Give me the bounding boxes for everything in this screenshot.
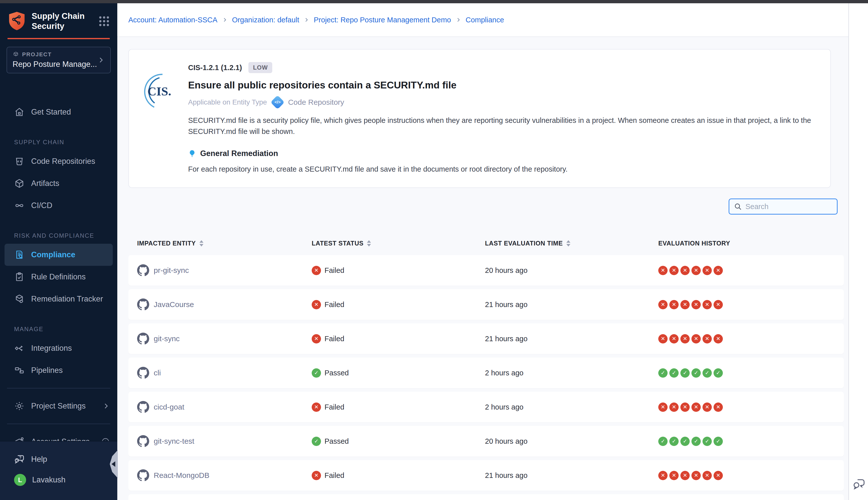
entity-name[interactable]: cicd-goat: [154, 403, 184, 411]
chevron-right-icon: [222, 17, 228, 23]
status-icon: ✕: [312, 471, 321, 480]
evaluations-table: IMPACTED ENTITY LATEST STATUS LAST EVALU…: [128, 240, 844, 500]
table-body: pr-git-sync ✕ Failed 20 hours ago ✕✕✕✕✕✕…: [128, 255, 844, 500]
home-icon: [14, 107, 25, 117]
rule-description: SECURITY.md file is a security policy fi…: [188, 115, 819, 137]
history-failed-icon: ✕: [669, 402, 679, 412]
table-row[interactable]: git-sync-test ✓ Passed 20 hours ago ✓✓✓✓…: [128, 426, 844, 456]
history-failed-icon: ✕: [703, 300, 712, 309]
entity-name[interactable]: git-sync-test: [154, 437, 194, 445]
sidebar-item-artifacts[interactable]: Artifacts: [0, 172, 117, 194]
remediation-text: For each repository in use, create a SEC…: [188, 165, 819, 173]
gear-icon: [14, 401, 25, 411]
entity-name[interactable]: React-MongoDB: [154, 471, 209, 480]
table-row[interactable]: git-sync ✕ Failed 21 hours ago ✕✕✕✕✕✕: [128, 323, 844, 354]
evaluation-time: 21 hours ago: [485, 300, 658, 309]
table-row[interactable]: cicd-goat ✕ Failed 2 hours ago ✕✕✕✕✕✕: [128, 392, 844, 422]
evaluation-history: ✕✕✕✕✕✕: [658, 471, 844, 480]
history-failed-icon: ✕: [714, 334, 723, 343]
table-row[interactable]: JavaCourse ✕ Failed 21 hours ago ✕✕✕✕✕✕: [128, 289, 844, 320]
evaluation-time: 2 hours ago: [485, 369, 658, 377]
history-failed-icon: ✕: [714, 471, 723, 480]
evaluation-time: 20 hours ago: [485, 266, 658, 275]
sort-icon: [566, 240, 570, 247]
history-failed-icon: ✕: [692, 471, 701, 480]
breadcrumb-organization[interactable]: Organization: default: [232, 16, 299, 24]
sidebar-nav: Get Started SUPPLY CHAIN Code Repositori…: [0, 88, 117, 441]
history-failed-icon: ✕: [658, 300, 668, 309]
column-latest-status[interactable]: LATEST STATUS: [312, 240, 485, 247]
lightbulb-icon: [188, 149, 196, 158]
sidebar-item-cicd[interactable]: CI/CD: [0, 194, 117, 217]
status-label: Passed: [324, 369, 349, 377]
breadcrumb-account[interactable]: Account: Automation-SSCA: [128, 16, 218, 24]
status-icon: ✕: [312, 266, 321, 275]
sidebar-item-remediation-tracker[interactable]: Remediation Tracker: [0, 288, 117, 310]
browser-top-bar: [0, 0, 868, 3]
collapse-arrow-icon: [112, 461, 115, 467]
column-last-evaluation-time[interactable]: LAST EVALUATION TIME: [485, 240, 658, 247]
integrations-icon: [14, 343, 25, 353]
breadcrumb: Account: Automation-SSCA Organization: d…: [117, 3, 848, 37]
github-icon: [137, 264, 149, 276]
history-failed-icon: ✕: [714, 300, 723, 309]
status-icon: ✓: [312, 368, 321, 378]
sidebar-item-rule-definitions[interactable]: Rule Definitions: [0, 266, 117, 288]
severity-badge: LOW: [248, 62, 272, 73]
breadcrumb-project[interactable]: Project: Repo Posture Management Demo: [314, 16, 451, 24]
history-passed-icon: ✓: [658, 437, 668, 446]
column-impacted-entity[interactable]: IMPACTED ENTITY: [137, 240, 312, 247]
sidebar-item-pipelines[interactable]: Pipelines: [0, 359, 117, 382]
history-failed-icon: ✕: [692, 334, 701, 343]
sidebar-item-get-started[interactable]: Get Started: [0, 101, 117, 123]
rule-detail-card: CIS. CIS-1.2.1 (1.2.1) LOW Ensure all pu…: [128, 49, 831, 188]
entity-name[interactable]: JavaCourse: [154, 300, 194, 309]
sidebar-item-integrations[interactable]: Integrations: [0, 337, 117, 359]
sidebar-item-code-repositories[interactable]: Code Repositories: [0, 150, 117, 172]
history-failed-icon: ✕: [680, 402, 690, 412]
svg-text:?: ?: [19, 455, 21, 459]
table-row[interactable]: React-MongoDB ✕ Failed 21 hours ago ✕✕✕✕…: [128, 460, 844, 491]
entity-name[interactable]: pr-git-sync: [154, 266, 189, 275]
history-failed-icon: ✕: [680, 334, 690, 343]
github-icon: [137, 469, 149, 481]
pipelines-icon: [14, 365, 25, 376]
search-input[interactable]: [745, 203, 832, 211]
table-row[interactable]: cli ✓ Passed 2 hours ago ✓✓✓✓✓✓: [128, 357, 844, 388]
compliance-icon: [14, 250, 25, 260]
entity-name[interactable]: git-sync: [154, 334, 180, 343]
applicable-label: Applicable on Entity Type: [188, 98, 267, 106]
app-switcher-icon[interactable]: [98, 15, 110, 27]
status-label: Failed: [324, 300, 344, 309]
table-row[interactable]: ✓ ✓✓✓✓✓✓: [128, 494, 844, 500]
status-icon: ✕: [312, 402, 321, 412]
history-failed-icon: ✕: [692, 266, 701, 275]
supply-chain-security-logo: [8, 11, 26, 31]
feedback-chat-icon[interactable]: [852, 477, 866, 490]
search-box[interactable]: [729, 198, 837, 215]
sidebar-item-account-settings[interactable]: Account Settings: [0, 431, 117, 441]
history-failed-icon: ✕: [703, 266, 712, 275]
sort-icon: [199, 240, 204, 247]
sidebar-item-compliance[interactable]: Compliance: [4, 244, 113, 266]
svg-text:CIS.: CIS.: [148, 84, 171, 98]
history-failed-icon: ✕: [669, 471, 679, 480]
user-profile[interactable]: L Lavakush: [0, 469, 117, 490]
chevron-right-icon: [97, 56, 105, 64]
entity-name[interactable]: cli: [154, 368, 161, 377]
history-passed-icon: ✓: [692, 368, 701, 378]
sidebar-item-project-settings[interactable]: Project Settings: [0, 395, 117, 417]
sort-icon: [367, 240, 371, 247]
help-button[interactable]: ? Help: [0, 449, 117, 469]
section-label-manage: MANAGE: [0, 326, 117, 333]
user-name: Lavakush: [32, 475, 66, 485]
table-row[interactable]: pr-git-sync ✕ Failed 20 hours ago ✕✕✕✕✕✕: [128, 255, 844, 286]
status-icon: ✕: [312, 334, 321, 343]
project-selector[interactable]: PROJECT Repo Posture Manage...: [7, 47, 111, 73]
project-name: Repo Posture Manage...: [13, 60, 97, 69]
rule-title: Ensure all public repositories contain a…: [188, 80, 819, 91]
history-failed-icon: ✕: [680, 471, 690, 480]
history-passed-icon: ✓: [703, 437, 712, 446]
breadcrumb-compliance[interactable]: Compliance: [466, 16, 504, 24]
column-evaluation-history: EVALUATION HISTORY: [658, 240, 844, 247]
